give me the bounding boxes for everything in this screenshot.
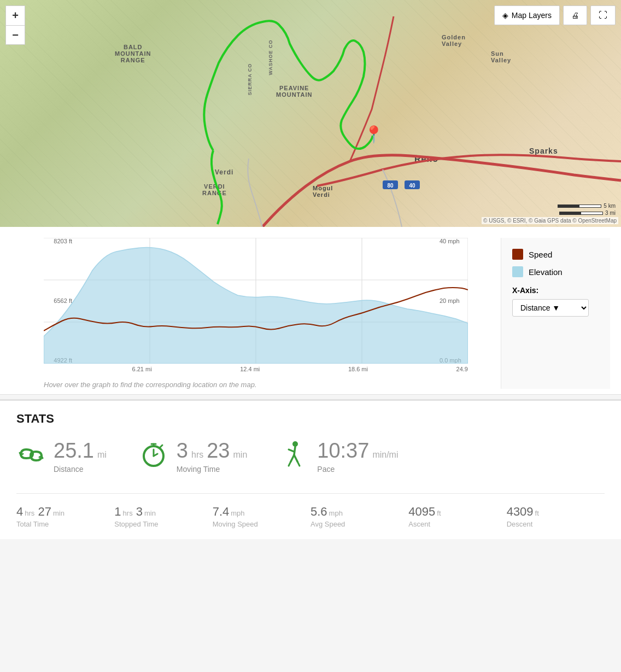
stat-descent: 4309ft Descent xyxy=(507,505,605,528)
stat-avg-speed: 5.6mph Avg Speed xyxy=(310,505,408,528)
x-label-1: 6.21 mi xyxy=(132,366,152,372)
distance-unit: mi xyxy=(97,450,107,460)
elevation-legend-label: Elevation xyxy=(529,267,563,277)
map-container: BALDMOUNTAINRANGE SIERRA CO WASHOE CO PE… xyxy=(0,0,621,227)
stats-section: STATS 25.1 mi Distance xyxy=(0,399,621,539)
descent-value: 4309ft xyxy=(507,505,594,519)
total-time-value: 4hrs 27min xyxy=(16,505,103,519)
pace-values: 10:37 min/mi Pace xyxy=(317,439,398,474)
map-label-washoe: WASHOE CO xyxy=(268,39,273,75)
avg-speed-value: 5.6mph xyxy=(310,505,397,519)
scale-3mi-label: 3 mi xyxy=(605,210,616,216)
svg-line-22 xyxy=(294,455,297,461)
distance-label: Distance xyxy=(54,465,107,474)
stopped-time-value: 1hrs 3min xyxy=(114,505,201,519)
stat-ascent: 4095ft Ascent xyxy=(408,505,506,528)
distance-values: 25.1 mi Distance xyxy=(54,439,107,474)
svg-line-24 xyxy=(297,461,300,466)
map-scale: 5 km 3 mi xyxy=(558,203,616,216)
zoom-in-button[interactable]: + xyxy=(5,5,25,25)
fullscreen-button[interactable]: ⛶ xyxy=(590,5,616,25)
zoom-out-button[interactable]: − xyxy=(5,25,25,45)
distance-value: 25.1 xyxy=(54,439,94,463)
map-label-mogul: MogulVerdi xyxy=(313,185,333,198)
stat-distance: 25.1 mi Distance xyxy=(16,439,107,474)
stat-moving-time: 3 hrs 23 min Moving Time xyxy=(139,439,247,474)
layers-icon: ◈ xyxy=(502,11,508,20)
map-label-sun-valley: SunValley xyxy=(491,50,511,63)
fullscreen-icon: ⛶ xyxy=(599,10,607,20)
svg-line-23 xyxy=(289,461,291,466)
pace-unit: min/mi xyxy=(372,450,398,460)
chart-area: 8203 ft 6562 ft 4922 ft 40 mph 20 mph 0.… xyxy=(11,238,501,389)
svg-text:40: 40 xyxy=(409,183,415,189)
avg-speed-label: Avg Speed xyxy=(310,520,397,528)
hiker-icon xyxy=(280,440,308,474)
stat-total-time: 4hrs 27min Total Time xyxy=(16,505,114,528)
svg-line-17 xyxy=(160,445,162,447)
svg-line-20 xyxy=(289,449,294,452)
speed-legend-label: Speed xyxy=(529,250,552,259)
map-label-verdi: Verdi xyxy=(215,168,233,176)
x-label-3: 18.6 mi xyxy=(348,366,368,372)
print-button[interactable]: 🖨 xyxy=(563,5,587,25)
map-label-bald: BALDMOUNTAINRANGE xyxy=(115,44,151,63)
pace-value: 10:37 xyxy=(317,439,369,463)
moving-time-mins: 23 xyxy=(207,439,230,463)
map-toolbar: ◈ Map Layers 🖨 ⛶ xyxy=(494,5,616,25)
total-time-label: Total Time xyxy=(16,520,103,528)
moving-time-label: Moving Time xyxy=(177,465,247,474)
map-svg: 80 40 xyxy=(0,0,621,227)
pace-label: Pace xyxy=(317,465,398,474)
stats-title: STATS xyxy=(16,412,605,426)
chart-hover-hint: Hover over the graph to find the corresp… xyxy=(44,381,501,389)
descent-label: Descent xyxy=(507,520,594,528)
x-axis: 6.21 mi 12.4 mi 18.6 mi 24.9 xyxy=(44,366,468,372)
ascent-value: 4095ft xyxy=(408,505,495,519)
map-label-sparks: Sparks xyxy=(529,147,558,155)
moving-speed-label: Moving Speed xyxy=(213,520,300,528)
stopped-time-label: Stopped Time xyxy=(114,520,201,528)
chart-section: 8203 ft 6562 ft 4922 ft 40 mph 20 mph 0.… xyxy=(0,227,621,395)
x-label-4: 24.9 xyxy=(456,366,468,372)
svg-text:80: 80 xyxy=(387,183,394,189)
map-label-peavine: PEAVINEMOUNTAIN xyxy=(276,85,312,98)
stat-stopped-time: 1hrs 3min Stopped Time xyxy=(114,505,212,528)
moving-time-hours: 3 xyxy=(177,439,188,463)
timer-icon xyxy=(139,440,168,474)
svg-rect-0 xyxy=(383,180,398,189)
moving-time-values: 3 hrs 23 min Moving Time xyxy=(177,439,247,474)
elevation-swatch xyxy=(512,266,523,277)
map-label-reno: Reno xyxy=(414,154,438,164)
stat-moving-speed: 7.4mph Moving Speed xyxy=(213,505,310,528)
moving-speed-value: 7.4mph xyxy=(213,505,300,519)
map-zoom-controls: + − xyxy=(5,5,25,45)
xaxis-select[interactable]: Distance ▼ Time xyxy=(512,299,589,317)
chart-legend: Speed Elevation X-Axis: Distance ▼ Time xyxy=(501,238,610,389)
legend-elevation-item: Elevation xyxy=(512,266,599,277)
speed-swatch xyxy=(512,249,523,260)
map-label-sierra: SIERRA CO xyxy=(247,63,253,96)
stats-secondary: 4hrs 27min Total Time 1hrs 3min Stopped … xyxy=(16,493,605,528)
xaxis-label: X-Axis: xyxy=(512,286,599,295)
moving-time-hrs-unit: hrs xyxy=(191,450,203,460)
ascent-label: Ascent xyxy=(408,520,495,528)
stats-primary: 25.1 mi Distance xyxy=(16,439,605,474)
map-label-golden-valley: GoldenValley xyxy=(442,34,466,47)
chart-svg xyxy=(44,238,468,364)
print-icon: 🖨 xyxy=(571,11,579,20)
route-icon xyxy=(16,440,45,474)
layers-label: Map Layers xyxy=(512,11,552,20)
scale-5km-label: 5 km xyxy=(604,203,616,209)
x-label-2: 12.4 mi xyxy=(240,366,260,372)
map-location-pin: 📍 xyxy=(364,125,384,144)
legend-speed-item: Speed xyxy=(512,249,599,260)
svg-line-19 xyxy=(294,447,295,455)
map-layers-button[interactable]: ◈ Map Layers xyxy=(494,5,560,25)
stat-pace: 10:37 min/mi Pace xyxy=(280,439,398,474)
map-copyright: © USGS, © ESRI, © Gaia GPS data © OpenSt… xyxy=(482,217,618,224)
map-label-verdi-range: VERDIRANGE xyxy=(202,183,227,196)
svg-rect-2 xyxy=(405,180,420,189)
moving-time-min-unit: min xyxy=(233,450,248,460)
